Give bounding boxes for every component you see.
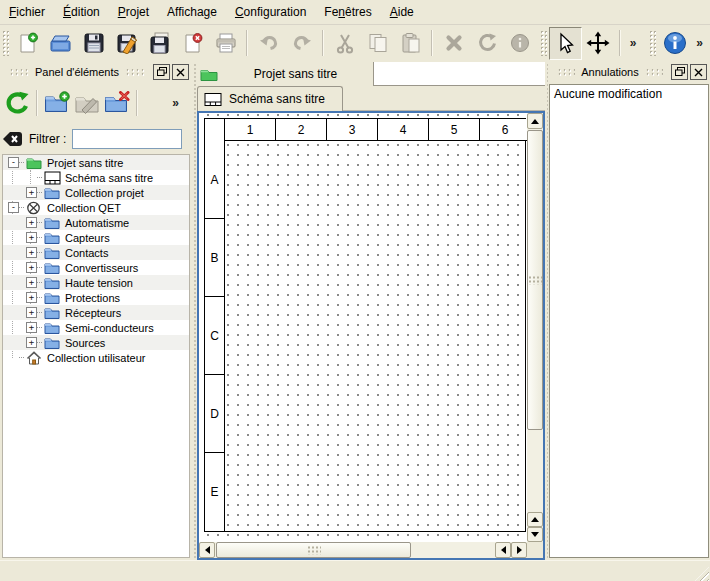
horizontal-scrollbar-thumb[interactable]: [216, 542, 411, 558]
toolbar-separator: [431, 30, 433, 56]
undo-history-list[interactable]: Aucune modification: [549, 84, 709, 558]
delete-category-button[interactable]: [102, 88, 132, 118]
expander-icon[interactable]: +: [26, 262, 37, 273]
tree-item-label: Haute tension: [65, 277, 133, 289]
schema-view[interactable]: 123456 ABCDE: [197, 111, 545, 560]
toolbar-drag-handle[interactable]: [2, 30, 9, 56]
new-project-button[interactable]: [11, 27, 44, 60]
tree-item-label: Semi-conducteurs: [65, 322, 154, 334]
tree-item[interactable]: + Capteurs: [3, 230, 189, 245]
tree-connector: [37, 327, 42, 328]
scroll-up-button[interactable]: [527, 113, 543, 129]
tree-item-icon: [44, 231, 61, 245]
paste-button: [394, 27, 427, 60]
undo-icon: [257, 32, 281, 54]
close-icon: [694, 68, 703, 77]
rotate-icon: [476, 32, 498, 54]
tree-item[interactable]: + Haute tension: [3, 275, 189, 290]
about-button[interactable]: [658, 27, 691, 60]
toolbar-overflow-button[interactable]: »: [167, 96, 184, 110]
scroll-left-button[interactable]: [495, 542, 511, 558]
float-panel-button[interactable]: [671, 64, 688, 80]
vertical-scrollbar[interactable]: [527, 113, 543, 542]
tree-connector: [37, 267, 42, 268]
tab-schema[interactable]: Schéma sans titre: [197, 86, 343, 111]
open-button[interactable]: [44, 27, 77, 60]
tree-connector: [37, 312, 42, 313]
menu-item[interactable]: Édition: [54, 2, 109, 22]
delete-x-icon: [443, 32, 465, 54]
tree-item-label: Capteurs: [65, 232, 110, 244]
tree-item[interactable]: + Contacts: [3, 245, 189, 260]
menu-item[interactable]: Fichier: [0, 2, 54, 22]
expander-icon[interactable]: +: [26, 322, 37, 333]
resize-grip[interactable]: [695, 567, 709, 581]
clear-filter-icon[interactable]: [2, 130, 23, 148]
tree-item[interactable]: + Sources: [3, 335, 189, 350]
toolbar-overflow-button[interactable]: »: [625, 36, 642, 50]
expander-icon[interactable]: -: [8, 157, 19, 168]
frame-column-headers: 123456: [224, 119, 525, 141]
tree-connector: [37, 252, 42, 253]
float-panel-button[interactable]: [153, 64, 170, 80]
tree-item[interactable]: + Récepteurs: [3, 305, 189, 320]
expander-icon[interactable]: +: [26, 337, 37, 348]
close-panel-button[interactable]: [690, 64, 707, 80]
save-as-icon: [116, 32, 138, 54]
tree-item[interactable]: + Collection projet: [3, 185, 189, 200]
expander-icon[interactable]: +: [26, 277, 37, 288]
close-project-button[interactable]: [176, 27, 209, 60]
tree-item[interactable]: Schéma sans titre: [3, 170, 189, 185]
menu-item[interactable]: Aide: [381, 2, 423, 22]
menu-item[interactable]: Affichage: [158, 2, 226, 22]
expander-icon[interactable]: +: [26, 307, 37, 318]
expander-icon[interactable]: +: [26, 247, 37, 258]
diagram-frame: 123456 ABCDE: [204, 118, 526, 532]
scroll-left-button[interactable]: [199, 542, 215, 558]
tree-item[interactable]: Collection utilisateur: [3, 350, 189, 365]
tree-item[interactable]: + Automatisme: [3, 215, 189, 230]
tree-item-icon: [44, 276, 61, 290]
filter-input[interactable]: [72, 129, 182, 149]
scroll-right-button[interactable]: [511, 542, 527, 558]
expander-icon[interactable]: +: [26, 187, 37, 198]
new-category-button[interactable]: [42, 88, 72, 118]
scroll-up-button[interactable]: [527, 512, 543, 527]
toolbar-overflow-button[interactable]: »: [691, 36, 710, 50]
tree-item[interactable]: + Protections: [3, 290, 189, 305]
expander-icon[interactable]: +: [26, 217, 37, 228]
horizontal-scrollbar[interactable]: [199, 542, 527, 558]
schema-canvas[interactable]: 123456 ABCDE: [199, 113, 527, 542]
save-as-button[interactable]: [110, 27, 143, 60]
vertical-scrollbar-thumb[interactable]: [527, 130, 543, 430]
menu-item[interactable]: Projet: [109, 2, 158, 22]
tree-item-label: Récepteurs: [65, 307, 121, 319]
expander-icon[interactable]: +: [26, 292, 37, 303]
close-panel-button[interactable]: [172, 64, 189, 80]
expander-icon[interactable]: -: [8, 202, 19, 213]
menu-item[interactable]: Fenêtres: [315, 2, 380, 22]
tree-item[interactable]: - Projet sans titre: [3, 155, 189, 170]
menu-item[interactable]: Configuration: [226, 2, 315, 22]
save-all-button[interactable]: [143, 27, 176, 60]
tab-project[interactable]: Projet sans titre: [197, 62, 374, 86]
tree-connector: [37, 222, 42, 223]
toolbar-drag-handle[interactable]: [540, 30, 547, 56]
toolbar-drag-handle[interactable]: [649, 30, 656, 56]
tree-item-icon: [44, 306, 61, 320]
tree-item[interactable]: - Collection QET: [3, 200, 189, 215]
move-mode-button[interactable]: [582, 27, 615, 60]
open-folder-icon: [49, 32, 73, 54]
scroll-down-button[interactable]: [527, 527, 543, 542]
expander-icon[interactable]: +: [26, 232, 37, 243]
select-mode-button[interactable]: [549, 27, 582, 60]
save-button[interactable]: [77, 27, 110, 60]
undo-panel-titlebar[interactable]: Annulations: [548, 62, 710, 82]
tree-connector: [37, 297, 42, 298]
elements-panel-titlebar[interactable]: Panel d'éléments: [0, 62, 192, 82]
elements-tree[interactable]: - Projet sans titre: [2, 154, 190, 558]
tree-item[interactable]: + Semi-conducteurs: [3, 320, 189, 335]
print-button[interactable]: [209, 27, 242, 60]
reload-collections-button[interactable]: [2, 88, 32, 118]
tree-item[interactable]: + Convertisseurs: [3, 260, 189, 275]
